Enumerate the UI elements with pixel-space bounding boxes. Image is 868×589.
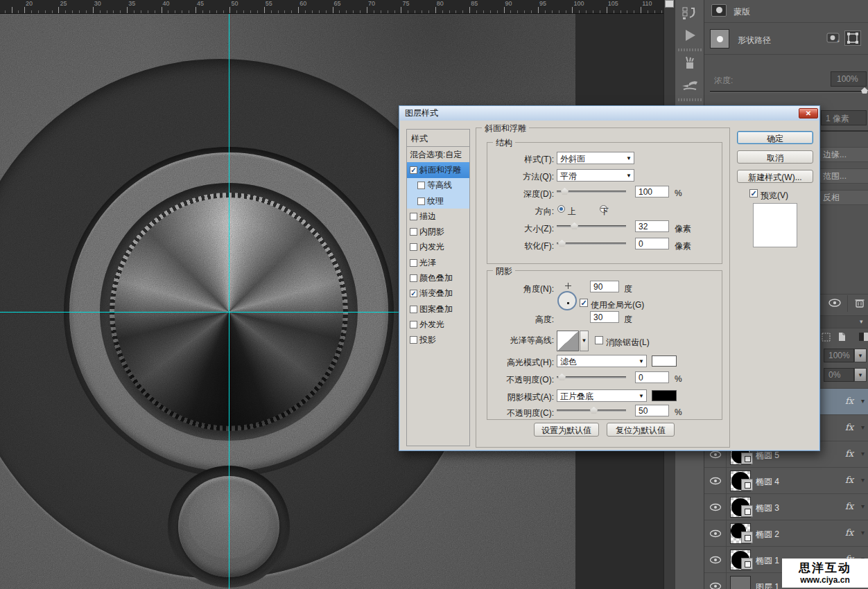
vector-mask-thumbnail[interactable] [741,505,753,517]
angle-input[interactable]: 90 [590,281,619,292]
layer-row-椭圆 2[interactable]: 椭圆 2fx▾ [704,520,868,546]
layers-opacity-dropdown[interactable]: ▾ [854,349,867,362]
set-default-button[interactable]: 设置为默认值 [534,423,599,437]
style-list-item-10[interactable]: 图案叠加 [407,301,469,317]
layer-name[interactable]: 椭圆 2 [756,529,779,540]
altitude-input[interactable]: 30 [590,311,619,323]
soften-input[interactable]: 0 [635,238,669,249]
add-vector-mask-button[interactable] [844,30,861,46]
vertical-guide[interactable] [229,14,229,589]
unchecked-checkbox[interactable] [410,306,417,313]
feather-value[interactable]: 1 像素 [821,110,867,125]
layers-fill-value[interactable]: 0% [824,368,854,382]
highlight-color-swatch[interactable] [652,355,677,367]
style-list-item-5[interactable]: 内阴影 [407,224,469,239]
layer-name[interactable]: 椭圆 5 [756,450,779,461]
unchecked-checkbox[interactable] [410,321,417,328]
soften-slider[interactable] [557,239,626,247]
gloss-contour-thumbnail[interactable] [557,331,579,351]
lock-transparency-icon[interactable] [821,332,832,342]
style-list-item-11[interactable]: 外发光 [407,317,469,332]
style-list-item-9[interactable]: ✓渐变叠加 [407,286,469,301]
invert-button[interactable]: 反相 [819,190,868,205]
color-range-button[interactable]: 范围... [819,168,868,184]
shadow-mode-select[interactable]: 正片叠底▼ [557,389,647,402]
depth-slider[interactable] [557,187,626,195]
vector-mask-thumbnail[interactable] [741,558,753,570]
layer-thumbnail[interactable] [730,576,751,589]
layer-name[interactable]: 椭圆 3 [756,502,779,514]
actions-panel-icon[interactable] [679,26,701,44]
size-slider[interactable] [557,222,626,230]
unchecked-checkbox[interactable] [417,182,425,189]
style-list-item-8[interactable]: 颜色叠加 [407,270,469,285]
bevel-style-select[interactable]: 外斜面▼ [557,152,634,164]
angle-dial[interactable] [557,291,577,310]
size-input[interactable]: 32 [635,220,669,232]
layer-fx-badge[interactable]: fx [845,422,853,432]
highlight-opacity-slider[interactable] [557,373,626,381]
add-pixel-mask-button[interactable]: + [826,32,842,44]
density-value[interactable]: 100% [831,71,867,87]
layer-visibility-eye-icon[interactable] [704,520,727,547]
feather-slider[interactable] [821,130,868,132]
shadow-opacity-slider[interactable] [557,406,626,414]
mask-visibility-eye-icon[interactable] [828,298,843,309]
layer-fx-badge[interactable]: fx [845,501,853,511]
lock-pixels-icon[interactable] [837,331,847,342]
fx-collapse-chevron-icon[interactable]: ▾ [861,476,865,484]
density-slider-thumb[interactable] [861,87,868,94]
cancel-button[interactable]: 取消 [737,150,813,164]
style-list-item-1[interactable]: ✓斜面和浮雕 [407,162,469,177]
unchecked-checkbox[interactable] [410,213,417,220]
shadow-color-swatch[interactable] [652,390,677,401]
style-list-item-3[interactable]: 纹理 [407,193,469,209]
fx-collapse-chevron-icon[interactable]: ▾ [861,502,865,510]
style-list-item-12[interactable]: 投影 [407,333,469,348]
style-list-item-7[interactable]: 光泽 [407,255,469,270]
vector-mask-thumbnail[interactable] [741,452,753,464]
unchecked-checkbox[interactable] [410,274,417,282]
layer-name[interactable]: 椭圆 4 [756,476,779,488]
new-style-button[interactable]: 新建样式(W)... [737,170,813,183]
tool-presets-panel-icon[interactable] [679,76,701,94]
vector-mask-thumbnail[interactable] [741,479,753,491]
direction-up-radio[interactable] [557,205,565,213]
reset-default-button[interactable]: 复位为默认值 [607,423,675,437]
fx-collapse-chevron-icon[interactable]: ▾ [861,529,865,536]
antialias-checkbox[interactable] [595,336,603,344]
technique-select[interactable]: 平滑▼ [557,169,634,182]
scrollbar-top-button[interactable] [665,0,674,8]
shadow-opacity-input[interactable]: 50 [635,405,669,416]
layer-name[interactable]: 图层 1 [756,581,779,589]
layer-name[interactable]: 椭圆 1 [756,555,779,567]
style-list-item-2[interactable]: 等高线 [407,178,469,193]
layer-row-椭圆 4[interactable]: 椭圆 4fx▾ [704,467,868,493]
style-list-item-0[interactable]: 混合选项:自定 [407,147,469,162]
unchecked-checkbox[interactable] [410,228,417,236]
layer-visibility-eye-icon[interactable] [704,573,727,589]
global-light-checkbox[interactable]: ✓ [580,299,588,307]
style-list-item-6[interactable]: 内发光 [407,240,469,255]
unchecked-checkbox[interactable] [410,243,417,251]
delete-mask-trash-icon[interactable] [854,297,867,310]
lock-position-icon[interactable] [858,331,868,342]
layer-row-椭圆 3[interactable]: 椭圆 3fx▾ [704,493,868,520]
layer-visibility-eye-icon[interactable] [704,468,727,494]
layer-visibility-eye-icon[interactable] [704,547,727,573]
horizontal-ruler[interactable]: 2025303540455055606570758085909510010511… [0,0,663,14]
history-panel-icon[interactable] [679,4,701,22]
mask-edge-button[interactable]: 边缘... [819,147,868,162]
vector-mask-thumbnail[interactable] [741,531,753,543]
layer-visibility-eye-icon[interactable] [704,494,727,520]
layer-fx-badge[interactable]: fx [845,475,853,485]
unchecked-checkbox[interactable] [410,259,417,267]
layer-fx-badge[interactable]: fx [845,396,853,406]
unchecked-checkbox[interactable] [410,336,417,344]
fx-collapse-chevron-icon[interactable]: ▾ [861,397,865,405]
shape-path-thumbnail[interactable] [710,29,729,49]
unchecked-checkbox[interactable] [417,197,425,205]
layers-opacity-value[interactable]: 100% [824,349,854,362]
dialog-close-button[interactable]: ✕ [799,108,818,118]
checked-checkbox[interactable]: ✓ [410,290,417,297]
